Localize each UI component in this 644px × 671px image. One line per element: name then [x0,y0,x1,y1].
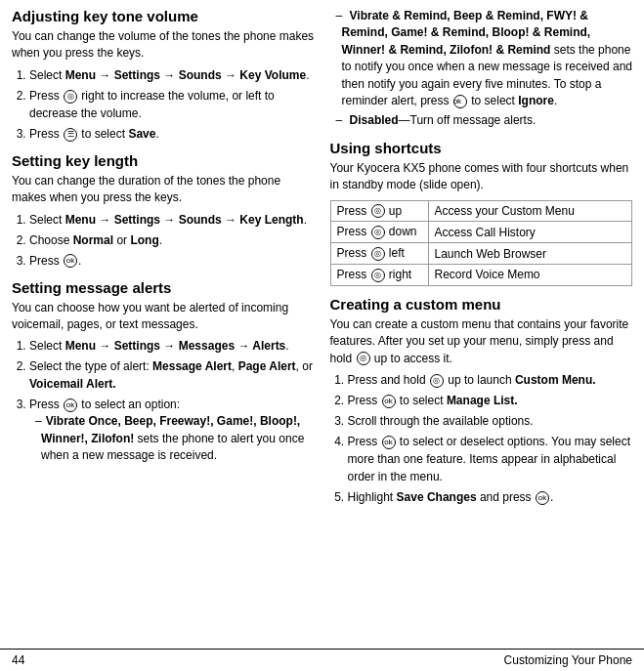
ignore-label: Ignore [518,94,554,107]
key-length-step-1: Select Menu → Settings → Sounds → Key Le… [29,211,315,229]
msg-alert-subitem-1: Vibrate Once, Beep, Freeway!, Game!, Blo… [29,413,315,464]
shortcut-row-left: Press ◎ left Launch Web Browser [330,243,632,265]
key-length-steps: Select Menu → Settings → Sounds → Key Le… [29,211,315,270]
section-intro-msg-alerts: You can choose how you want be alerted o… [12,300,315,334]
custom-menu-step-3: Scroll through the available options. [348,412,633,430]
key-tone-step-3: Press ☰ to select Save. [29,125,315,143]
nav-icon-cm1: ◎ [430,374,444,388]
ok-icon-remind: ok [453,95,467,108]
nav-icon-step2: ◎ [64,90,77,104]
section-title-custom-menu: Creating a custom menu [330,296,633,313]
nav-icon-up: ◎ [371,204,385,218]
ok-icon-cm4: ok [382,436,396,449]
nav-icon-down: ◎ [371,226,385,239]
nav-icon-left: ◎ [371,247,385,261]
ok-icon-key-length: ok [64,254,77,268]
nav-icon-intro: ◎ [357,352,370,365]
section-intro-key-length: You can change the duration of the tones… [12,173,315,207]
section-title-shortcuts: Using shortcuts [330,140,633,156]
msg-alerts-step-3: Press ok to select an option: Vibrate On… [29,396,315,464]
menu-path-2: Menu → Settings → Sounds → Key Length [65,213,304,227]
footer: 44 Customizing Your Phone [0,649,644,671]
shortcut-action-left: Launch Web Browser [428,243,632,265]
long-label: Long [130,233,158,247]
key-tone-step-1: Select Menu → Settings → Sounds → Key Vo… [29,66,315,84]
msg-alerts-steps: Select Menu → Settings → Messages → Aler… [29,337,315,464]
msg-alert-type1: Message Alert [152,359,232,373]
ok-icon-msg: ok [64,398,77,412]
msg-alert-subitems-cont: Vibrate & Remind, Beep & Remind, FWY! & … [330,8,633,130]
section-intro-key-tone: You can change the volume of the tones t… [12,28,315,63]
section-title-key-length: Setting key length [12,152,315,169]
normal-label: Normal [73,233,113,247]
section-intro-custom-menu: You can create a custom menu that contai… [330,316,633,367]
section-title-msg-alerts: Setting message alerts [12,279,315,296]
custom-menu-step-2: Press ok to select Manage List. [348,392,633,409]
shortcut-key-left: Press ◎ left [330,243,428,265]
msg-alerts-step-2: Select the type of alert: Message Alert,… [29,357,315,393]
page: Adjusting key tone volume You can change… [0,0,644,671]
vibrate-once-label: Vibrate Once, Beep, Freeway!, Game!, Blo… [41,414,300,444]
msg-alerts-step-1: Select Menu → Settings → Messages → Aler… [29,337,315,355]
save-changes-label: Save Changes [397,490,477,504]
msg-alert-subitem-3: Disabled—Turn off message alerts. [330,112,633,129]
msg-alert-type2: Page Alert [238,359,296,373]
shortcuts-table-body: Press ◎ up Access your Custom Menu Press… [330,200,632,285]
shortcut-key-right: Press ◎ right [330,265,428,286]
msg-alert-subitem-2: Vibrate & Remind, Beep & Remind, FWY! & … [330,8,633,109]
shortcuts-table: Press ◎ up Access your Custom Menu Press… [330,200,633,286]
section-intro-shortcuts: Your Kyocera KX5 phone comes with four s… [330,160,633,194]
custom-menu-step-4: Press ok to select or deselect options. … [348,433,633,485]
key-tone-step-2: Press ◎ right to increase the volume, or… [29,87,315,122]
shortcut-key-up: Press ◎ up [330,200,428,222]
content-area: Adjusting key tone volume You can change… [0,0,644,649]
custom-menu-step-1: Press and hold ◎ up to launch Custom Men… [348,371,633,389]
vibrate-remind-label: Vibrate & Remind, Beep & Remind, FWY! & … [342,9,591,57]
key-length-step-3: Press ok. [29,252,315,270]
footer-section-title: Customizing Your Phone [504,653,632,667]
shortcut-key-down: Press ◎ down [330,222,428,243]
key-length-step-2: Choose Normal or Long. [29,231,315,249]
ok-icon-cm5: ok [536,491,549,505]
ok-icon-cm2: ok [382,395,396,408]
shortcut-row-right: Press ◎ right Record Voice Memo [330,265,632,286]
section-title-key-tone: Adjusting key tone volume [12,8,315,24]
msg-alert-subitems: Vibrate Once, Beep, Freeway!, Game!, Blo… [29,413,315,464]
right-column: Vibrate & Remind, Beep & Remind, FWY! & … [330,8,633,641]
left-column: Adjusting key tone volume You can change… [12,8,315,641]
menu-path-3: Menu → Settings → Messages → Alerts [65,339,286,353]
shortcut-row-down: Press ◎ down Access Call History [330,222,632,243]
custom-menu-step-5: Highlight Save Changes and press ok. [348,488,633,506]
shortcut-action-right: Record Voice Memo [428,265,632,286]
manage-list-label: Manage List. [447,394,518,407]
key-tone-steps: Select Menu → Settings → Sounds → Key Vo… [29,66,315,143]
save-label: Save [128,127,155,141]
footer-page-number: 44 [12,653,24,667]
custom-menu-label: Custom Menu. [515,373,596,387]
nav-icon-step3: ☰ [64,128,77,142]
menu-path-1: Menu → Settings → Sounds → Key Volume [65,68,306,82]
nav-icon-right: ◎ [371,269,385,282]
disabled-label: Disabled [350,113,399,127]
msg-alert-type3: Voicemail Alert. [29,377,116,391]
custom-menu-steps: Press and hold ◎ up to launch Custom Men… [348,371,633,506]
shortcut-action-down: Access Call History [428,222,632,243]
shortcut-action-up: Access your Custom Menu [428,200,632,222]
shortcut-row-up: Press ◎ up Access your Custom Menu [330,200,632,222]
